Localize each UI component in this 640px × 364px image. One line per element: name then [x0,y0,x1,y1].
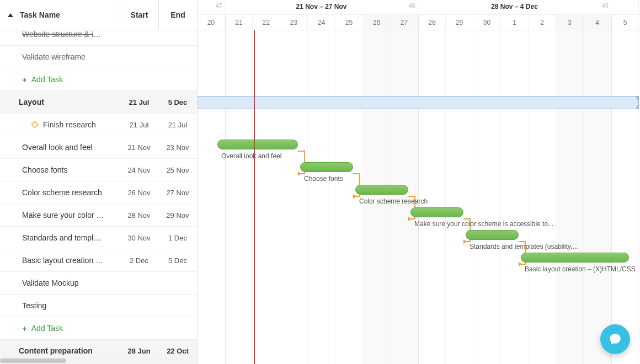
task-row[interactable]: Color scheme research26 Nov27 Nov [0,181,197,204]
gantt-bar[interactable]: Make sure your color scheme is accessibl… [410,207,463,217]
chat-icon [608,332,622,346]
task-name-label: Standards and templates … [22,233,105,242]
column-label: Task Name [20,10,60,19]
gantt-bar[interactable]: Choose fonts [300,162,353,172]
task-row[interactable]: Choose fonts24 Nov25 Nov [0,159,197,181]
milestone-icon [31,121,39,129]
week-cell [611,0,639,14]
week-cell: 47 [198,0,225,14]
week-number: 47 [216,2,222,9]
task-name-label: Testing [22,301,46,310]
grid-column [225,30,253,364]
task-row[interactable]: Testing [0,295,197,317]
day-cell: 20 [198,15,225,30]
collapse-icon[interactable] [8,98,13,106]
week-cell: 28 Nov – 4 Dec49 [418,0,611,14]
grid-column [556,30,584,364]
grid-column [446,30,473,364]
day-cell: 2 [529,15,556,30]
task-row[interactable]: Overall look and feel21 Nov23 Nov [0,136,197,159]
gantt-bar-label: Choose fonts [304,175,343,183]
task-name-label: Overall look and feel [22,143,93,152]
day-cell: 24 [308,15,335,30]
day-cell: 23 [280,15,308,30]
task-start-date: 21 Nov [120,143,158,152]
task-end-date: 29 Nov [158,211,197,220]
task-name-label: Add Task [31,324,63,333]
gantt-bar[interactable]: Color scheme research [355,185,408,195]
task-name-label: Finish research [43,120,96,129]
task-name-label: Color scheme research [22,188,102,197]
horizontal-scrollbar-left[interactable] [0,357,197,364]
task-row[interactable]: Validate wireframe [0,46,197,68]
group-bar[interactable] [198,96,639,109]
task-list-panel: Task Name Start End Website structure & … [0,0,198,364]
task-row[interactable]: Validate Mockup [0,272,197,295]
gantt-bar-label: Color scheme research [359,197,428,205]
task-list-header: Task Name Start End [0,0,197,30]
gantt-bar-label: Standards and templates (usability,... [470,243,578,250]
column-end[interactable]: End [158,0,197,30]
gantt-bar-label: Basic layout creation – (X)HTML/CSS [525,265,636,273]
gantt-bar[interactable]: Overall look and feel [217,140,298,149]
grid-column [501,30,529,364]
gantt-bar-label: Make sure your color scheme is accessibl… [414,220,553,228]
day-cell: 28 [418,15,446,30]
grid-column [473,30,501,364]
milestone-row[interactable]: Finish research21 Jul21 Jul [0,114,197,136]
task-start-date: 26 Nov [120,189,158,197]
day-cell: 4 [584,15,611,30]
task-start-date: 21 Jul [120,121,158,129]
task-name-label: Add Task [31,75,63,84]
task-end-date: 5 Dec [158,98,197,106]
task-row[interactable]: Website structure & infor… [0,30,197,46]
day-cell: 27 [391,15,418,30]
task-row[interactable]: Make sure your color sch…28 Nov29 Nov [0,204,197,227]
task-name-label: Choose fonts [22,165,68,174]
task-end-date: 23 Nov [158,143,197,152]
task-end-date: 1 Dec [158,234,197,242]
gantt-bar[interactable]: Standards and templates (usability,... [466,230,519,240]
task-row[interactable]: Standards and templates …30 Nov1 Dec [0,227,197,249]
task-rows: Website structure & infor…Validate wiref… [0,30,197,364]
task-name-label: Make sure your color sch… [22,211,105,220]
add-task-row[interactable]: +Add Task [0,317,197,340]
task-start-date: 28 Jun [120,347,158,355]
gantt-bar[interactable]: Basic layout creation – (X)HTML/CSS [521,253,629,263]
day-cell: 22 [253,15,280,30]
column-task-name[interactable]: Task Name [0,10,120,19]
grid-column [198,30,225,364]
gantt-bar-label: Overall look and feel [221,152,281,160]
collapse-icon[interactable] [8,346,13,355]
plus-icon: + [22,75,27,84]
day-cell: 25 [335,15,363,30]
chat-button[interactable] [600,324,630,354]
week-number: 48 [409,2,415,9]
column-start[interactable]: Start [120,0,158,30]
week-label: 21 Nov – 27 Nov [296,3,346,10]
timeline-body[interactable]: Overall look and feelChoose fontsColor s… [198,30,640,364]
add-task-row[interactable]: +Add Task [0,68,197,91]
task-end-date: 22 Oct [158,347,197,355]
week-cell: 21 Nov – 27 Nov48 [225,0,418,14]
grid-column [529,30,556,364]
task-name-label: Validate Mockup [22,279,78,287]
group-row[interactable]: Layout21 Jul5 Dec [0,91,197,114]
task-start-date: 28 Nov [120,211,158,220]
task-end-date: 5 Dec [158,256,197,265]
today-line [254,30,255,364]
caret-up-icon [8,13,13,17]
grid-column [253,30,280,364]
task-row[interactable]: Basic layout creation – (X…2 Dec5 Dec [0,249,197,272]
day-cell: 26 [363,15,391,30]
day-cell: 29 [446,15,473,30]
plus-icon: + [22,324,27,333]
grid-column [308,30,335,364]
task-name-label: Website structure & infor… [22,30,105,39]
task-end-date: 27 Nov [158,189,197,197]
task-name-label: Validate wireframe [22,52,86,61]
week-number: 49 [602,2,609,9]
day-cell: 3 [556,15,584,30]
task-start-date: 24 Nov [120,166,158,174]
task-end-date: 25 Nov [158,166,197,174]
